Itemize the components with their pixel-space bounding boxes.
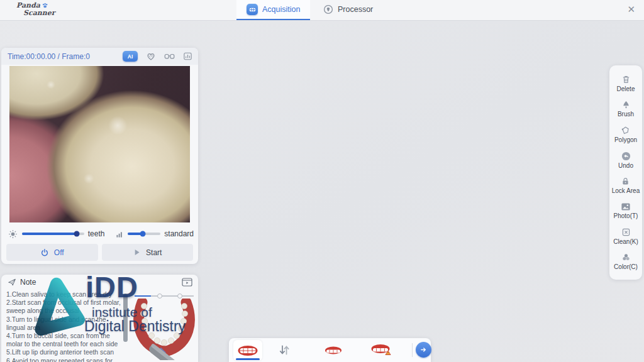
undo-label: Undo <box>618 162 633 169</box>
teeth-app-icon <box>247 4 258 15</box>
paper-plane-icon <box>8 278 16 287</box>
brightness-icon <box>8 229 18 239</box>
mode-slider[interactable] <box>128 233 160 235</box>
play-icon <box>133 248 141 256</box>
clean-icon <box>621 228 631 237</box>
arch-warning-mode-button[interactable] <box>370 344 394 356</box>
heart-texture-icon[interactable] <box>146 52 156 62</box>
toolbar-divider <box>412 343 413 357</box>
note-line: 3.Turn to lingual side and scan the ling… <box>6 315 123 332</box>
swap-arrows-icon <box>278 344 291 356</box>
upper-arch-icon <box>325 346 342 354</box>
dental-arch-illustration <box>128 299 199 360</box>
note-header: Note <box>1 275 198 287</box>
capture-panel-header: Time:00:00.00 / Frame:0 AI <box>1 48 198 65</box>
photo-label: Photo(T) <box>614 212 638 219</box>
close-icon[interactable]: ✕ <box>627 4 635 14</box>
ai-badge[interactable]: AI <box>123 51 138 62</box>
slider-row: teeth standard <box>8 227 194 241</box>
lock-icon <box>621 177 630 186</box>
note-panel: Note 1.Clean saliva to keep scan area dr… <box>1 275 198 362</box>
edit-toolbar: Delete Brush Polygon Undo Lock Area Phot… <box>609 65 642 280</box>
capture-panel: Time:00:00.00 / Frame:0 AI <box>1 48 198 264</box>
processor-icon <box>323 4 333 14</box>
power-off-label: Off <box>54 248 64 257</box>
swap-jaw-button[interactable] <box>275 343 293 358</box>
note-step-slider[interactable] <box>135 293 194 299</box>
note-line: 6.Avoid too many repeated scans for the <box>6 357 123 362</box>
undo-icon <box>621 151 631 161</box>
full-mouth-mode-button[interactable] <box>233 340 262 361</box>
mode-slider-label: standard <box>164 229 194 238</box>
tab-processor[interactable]: Processor <box>313 0 383 20</box>
histogram-icon[interactable] <box>183 52 192 61</box>
tab-acquisition-label: Acquisition <box>262 5 300 14</box>
app-window: Panda Scanner Acquisition Processor ✕ Ti… <box>0 0 644 362</box>
photo-icon <box>621 202 631 211</box>
camera-live-view <box>9 66 190 222</box>
video-icon[interactable] <box>182 278 192 287</box>
note-instructions: 1.Clean saliva to keep scan area dry 2.S… <box>6 290 123 362</box>
polygon-icon <box>621 126 630 135</box>
polygon-button[interactable]: Polygon <box>614 126 637 143</box>
upper-arch-mode-button[interactable] <box>323 344 343 356</box>
photo-button[interactable]: Photo(T) <box>614 202 638 219</box>
full-mouth-icon <box>237 345 258 356</box>
tab-processor-label: Processor <box>338 5 373 14</box>
delete-button[interactable]: Delete <box>617 75 635 92</box>
paw-icon <box>42 3 48 9</box>
signal-bars-icon <box>116 230 124 238</box>
clean-label: Clean(K) <box>613 238 638 245</box>
color-label: Color(C) <box>614 263 638 270</box>
arch-warning-icon <box>370 344 393 356</box>
next-step-button[interactable] <box>416 342 431 358</box>
color-button[interactable]: Color(C) <box>614 253 638 270</box>
note-line: 2.Start scan from occlusal of first mola… <box>6 299 123 315</box>
goggles-icon[interactable] <box>164 52 175 61</box>
start-scan-button[interactable]: Start <box>102 244 194 261</box>
trash-icon <box>621 75 631 84</box>
top-bar: Panda Scanner Acquisition Processor ✕ <box>0 0 644 21</box>
brightness-slider-label: teeth <box>88 229 105 238</box>
note-scrollbar[interactable] <box>123 293 128 342</box>
power-icon <box>40 248 49 257</box>
arrow-right-icon <box>419 346 428 354</box>
scan-mode-toolbar <box>229 338 431 362</box>
undo-button[interactable]: Undo <box>618 151 633 169</box>
note-line: 4.Turn to buccal side, scan from the mol… <box>6 332 123 348</box>
color-icon <box>621 253 631 262</box>
power-off-button[interactable]: Off <box>6 244 98 261</box>
delete-label: Delete <box>617 85 635 92</box>
start-scan-label: Start <box>146 248 162 257</box>
lock-area-button[interactable]: Lock Area <box>612 177 640 194</box>
lock-area-label: Lock Area <box>612 187 640 194</box>
brush-button[interactable]: Brush <box>618 100 634 118</box>
note-title: Note <box>20 278 36 287</box>
clean-button[interactable]: Clean(K) <box>613 228 638 245</box>
brush-label: Brush <box>618 111 634 118</box>
brand-logo: Panda Scanner <box>16 2 55 17</box>
brush-icon <box>621 100 631 109</box>
note-line: 5.Lift up lip during anterior teeth scan <box>6 348 123 356</box>
tab-acquisition[interactable]: Acquisition <box>236 0 310 20</box>
brightness-slider[interactable] <box>22 233 84 235</box>
capture-buttons-row: Off Start <box>6 244 193 261</box>
logo-text-line2: Scanner <box>23 9 55 17</box>
note-line: 1.Clean saliva to keep scan area dry <box>6 290 123 299</box>
polygon-label: Polygon <box>614 136 637 143</box>
time-frame-status: Time:00:00.00 / Frame:0 <box>8 52 90 61</box>
